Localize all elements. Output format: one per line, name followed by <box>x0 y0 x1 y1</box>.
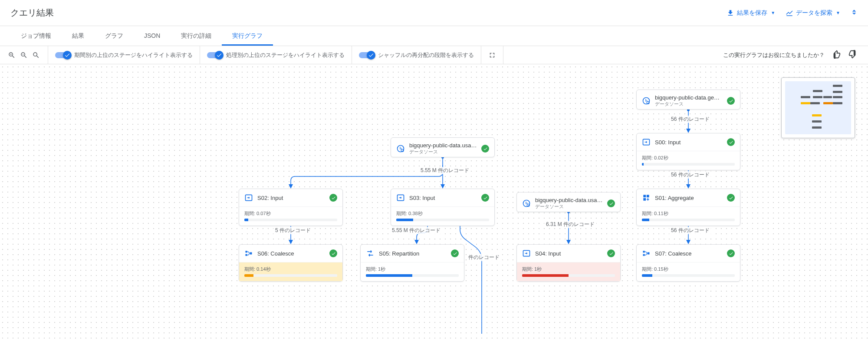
status-badge <box>481 194 489 202</box>
duration-label: 期間: 0.15秒 <box>642 266 735 272</box>
thumbs-down-button[interactable] <box>848 50 858 60</box>
toggle-switch[interactable] <box>55 52 70 58</box>
edge-label: 5.55 M 件のレコード <box>390 227 442 234</box>
node-title: bigquery-public-data.geo_u <box>655 94 723 101</box>
execution-graph-canvas[interactable]: 56 件のレコード 56 件のレコード 56 件のレコード 5.55 M 件のレ… <box>0 64 868 342</box>
zoom-reset-icon[interactable] <box>32 51 40 59</box>
tab-json[interactable]: JSON <box>134 26 171 46</box>
progress-bar <box>642 219 735 221</box>
save-results-button[interactable]: 結果を保存 ▼ <box>727 9 775 17</box>
expand-collapse-button[interactable] <box>851 9 858 17</box>
node-title: S04: Input <box>535 250 603 257</box>
duration-label: 期間: 1秒 <box>366 266 459 272</box>
node-s05[interactable]: S05: Repartition 期間: 1秒 <box>360 244 464 282</box>
svg-rect-32 <box>648 252 650 255</box>
toggle-switch[interactable] <box>359 52 374 58</box>
tab-results[interactable]: 結果 <box>62 26 95 46</box>
status-badge <box>481 145 489 153</box>
input-icon <box>396 193 405 202</box>
thumbs-up-icon <box>832 50 841 59</box>
node-s01[interactable]: S01: Aggregate 期間: 0.11秒 <box>636 189 740 226</box>
chevron-down-icon: ▼ <box>836 10 840 15</box>
node-ds-usa1[interactable]: bigquery-public-data.usa_n データソース <box>391 137 495 157</box>
toggle-highlight-time: 期間別の上位のステージをハイライト表示する <box>48 46 200 64</box>
svg-rect-31 <box>643 254 645 256</box>
node-s03[interactable]: S03: Input 期間: 0.38秒 <box>391 189 495 226</box>
svg-rect-35 <box>401 148 401 149</box>
svg-marker-5 <box>686 184 690 189</box>
toggle-switch[interactable] <box>207 52 222 58</box>
duration-label: 期間: 0.02秒 <box>642 155 735 161</box>
page-title: クエリ結果 <box>10 7 54 19</box>
svg-rect-30 <box>643 251 645 252</box>
tabs: ジョブ情報 結果 グラフ JSON 実行の詳細 実行グラフ <box>0 26 868 46</box>
svg-rect-43 <box>246 251 247 252</box>
aggregate-icon <box>642 193 651 202</box>
toolbar: 期間別の上位のステージをハイライト表示する 処理別の上位のステージをハイライト表… <box>0 46 868 64</box>
node-ds-geo[interactable]: bigquery-public-data.geo_u データソース <box>636 90 740 110</box>
svg-rect-45 <box>250 252 252 255</box>
svg-point-37 <box>523 200 530 207</box>
svg-marker-8 <box>686 240 690 244</box>
status-badge <box>607 199 615 207</box>
toggle-shuffle: シャッフルの再分配の段階を表示する <box>352 46 481 64</box>
tab-exec-details[interactable]: 実行の詳細 <box>171 26 222 46</box>
node-title: S03: Input <box>409 195 477 201</box>
progress-bar <box>366 274 459 277</box>
svg-point-33 <box>398 146 404 152</box>
node-s06[interactable]: S06: Coalesce 期間: 0.14秒 <box>239 244 343 282</box>
header-actions: 結果を保存 ▼ データを探索 ▼ <box>727 9 858 17</box>
unfold-icon <box>851 9 858 16</box>
duration-label: 期間: 0.07秒 <box>244 210 337 217</box>
progress-bar <box>642 274 735 277</box>
node-title: S02: Input <box>257 195 325 201</box>
header: クエリ結果 結果を保存 ▼ データを探索 ▼ <box>0 0 868 26</box>
duration-label: 期間: 1秒 <box>522 266 615 272</box>
repartition-icon <box>366 249 375 258</box>
node-s00[interactable]: S00: Input 期間: 0.02秒 <box>636 133 740 170</box>
thumbs-up-button[interactable] <box>832 50 841 60</box>
tab-exec-graph[interactable]: 実行グラフ <box>222 26 273 46</box>
status-badge <box>329 249 337 257</box>
node-s07[interactable]: S07: Coalesce 期間: 0.15秒 <box>636 244 740 282</box>
check-icon <box>64 52 70 58</box>
node-s02[interactable]: S02: Input 期間: 0.07秒 <box>239 189 343 226</box>
duration-label: 期間: 0.11秒 <box>642 210 735 217</box>
progress-bar <box>244 274 337 277</box>
minimap-viewport <box>785 81 851 134</box>
node-title: S00: Input <box>655 139 723 146</box>
download-icon <box>727 9 734 17</box>
edge-label: 56 件のレコード <box>669 116 711 123</box>
svg-rect-38 <box>526 202 526 204</box>
toggle-highlight-proc: 処理別の上位のステージをハイライト表示する <box>200 46 352 64</box>
tab-graph[interactable]: グラフ <box>95 26 134 46</box>
edge-label: 5 件のレコード <box>273 227 312 234</box>
node-ds-usa2[interactable]: bigquery-public-data.usa_n データソース <box>516 192 621 212</box>
fullscreen-button[interactable] <box>481 46 503 64</box>
edge-label: 56 件のレコード <box>669 227 711 234</box>
svg-rect-23 <box>645 99 646 102</box>
explore-data-button[interactable]: データを探索 ▼ <box>786 9 840 17</box>
tab-job-info[interactable]: ジョブ情報 <box>10 26 62 46</box>
feedback: この実行グラフはお役に立ちましたか？ <box>503 50 868 60</box>
node-subtitle: データソース <box>655 101 723 107</box>
svg-marker-21 <box>566 240 571 244</box>
svg-rect-34 <box>400 147 400 149</box>
node-title: S05: Repartition <box>379 250 447 257</box>
svg-rect-24 <box>647 100 647 101</box>
zoom-out-icon[interactable] <box>20 51 28 59</box>
status-badge <box>727 138 735 146</box>
status-badge <box>727 249 735 257</box>
status-badge <box>451 249 459 257</box>
datasource-icon <box>396 144 405 153</box>
minimap[interactable] <box>781 77 855 138</box>
duration-label: 期間: 0.14秒 <box>244 266 337 272</box>
svg-rect-28 <box>647 195 649 197</box>
toggle-label: シャッフルの再分配の段階を表示する <box>378 51 474 59</box>
check-icon <box>216 52 222 58</box>
input-icon <box>642 138 651 146</box>
input-icon <box>522 249 531 258</box>
toggle-label: 処理別の上位のステージをハイライト表示する <box>226 51 345 59</box>
zoom-in-icon[interactable] <box>8 51 16 59</box>
node-s04[interactable]: S04: Input 期間: 1秒 <box>516 244 621 282</box>
